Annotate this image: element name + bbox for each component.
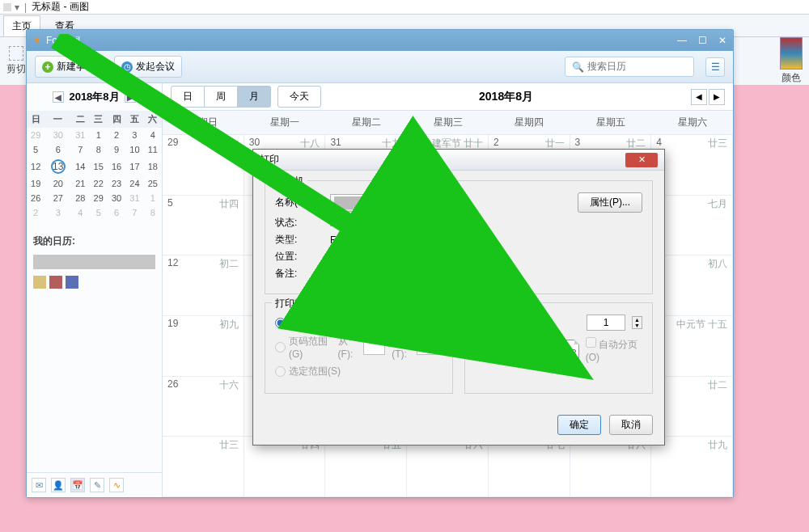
contacts-icon[interactable]: 👤 xyxy=(51,478,66,492)
copies-down[interactable]: ▼ xyxy=(633,323,642,328)
from-input xyxy=(363,340,386,355)
calendar-sidebar: ◀ 2018年8月 ▶ 日一二三四五六293031123456789101112… xyxy=(27,83,163,497)
ribbon-color[interactable]: 颜色 xyxy=(780,37,803,85)
to-input xyxy=(417,340,439,355)
location-value: FOXIT_PDF: xyxy=(330,251,386,263)
cancel-button[interactable]: 取消 xyxy=(609,415,653,435)
mini-month-label: 2018年8月 xyxy=(69,90,119,104)
printer-group-label: 打印机 xyxy=(272,175,307,188)
weekday-header: 星期日星期一星期二星期三星期四星期五星期六 xyxy=(163,111,733,135)
location-label: 位置: xyxy=(275,250,324,264)
dropdown-icon[interactable]: ▾ xyxy=(15,2,19,13)
calendar-title: 2018年8月 xyxy=(328,90,684,104)
calendar-color-chips xyxy=(33,276,155,289)
view-month[interactable]: 月 xyxy=(238,86,271,108)
notes-icon[interactable]: ✎ xyxy=(90,478,104,492)
page-icon: 2 xyxy=(527,340,544,361)
print-dialog: 打印 ✕ 打印机 名称(N): 属性(P)... 状态:准备就绪 类型:Foxi… xyxy=(252,149,665,445)
calendar-icon[interactable]: 📅 xyxy=(70,478,85,492)
plus-icon: + xyxy=(42,61,53,73)
print-dialog-title: 打印 xyxy=(260,153,279,167)
maximize-icon[interactable]: ☐ xyxy=(698,35,707,46)
printer-name-label: 名称(N): xyxy=(275,196,324,209)
collate-checkbox: 自动分页(O) xyxy=(586,337,642,363)
clock-icon: ◷ xyxy=(121,61,133,73)
my-calendars-label: 我的日历: xyxy=(27,231,162,251)
start-meeting-button[interactable]: ◷发起会议 xyxy=(114,56,182,78)
print-dialog-titlebar[interactable]: 打印 ✕ xyxy=(253,150,664,171)
printer-select[interactable] xyxy=(330,194,448,212)
foxmail-toolbar: +新建事务 ◷发起会议 🔍搜索日历 ☰ xyxy=(27,51,733,83)
list-view-icon[interactable]: ☰ xyxy=(705,57,725,77)
calendar-account[interactable] xyxy=(33,255,155,269)
rss-icon[interactable]: ∿ xyxy=(109,478,124,492)
today-button[interactable]: 今天 xyxy=(277,86,321,108)
printer-group: 打印机 名称(N): 属性(P)... 状态:准备就绪 类型:Foxit Pha… xyxy=(265,180,653,294)
paint-titlebar: ▾ | 无标题 - 画图 xyxy=(0,0,809,15)
search-icon: 🔍 xyxy=(572,61,584,73)
type-label: 类型: xyxy=(275,233,324,247)
copies-input[interactable] xyxy=(587,315,625,331)
next-month-button[interactable]: ▶ xyxy=(709,89,725,105)
view-week[interactable]: 周 xyxy=(205,86,238,108)
page-icon: 3 xyxy=(563,340,579,361)
printer-properties-button[interactable]: 属性(P)... xyxy=(578,192,642,213)
mini-next-month[interactable]: ▶ xyxy=(125,91,136,103)
type-value: Foxit Phantom Printer Driver xyxy=(330,234,452,246)
range-selection-radio: 选定范围(S) xyxy=(275,365,443,378)
page-icon: 2 xyxy=(510,340,527,361)
sidebar-bottom-icons: ✉ 👤 📅 ✎ ∿ xyxy=(27,472,162,497)
close-icon[interactable]: ✕ xyxy=(718,35,726,46)
ribbon-cut[interactable]: 剪切 xyxy=(6,46,26,76)
copies-group: 份数 份数(C):▲▼ 1 1 2 2 3 3 自动分页(O) xyxy=(464,302,653,394)
copies-group-label: 份数 xyxy=(472,297,498,310)
new-task-button[interactable]: +新建事务 xyxy=(35,56,103,78)
status-label: 状态: xyxy=(275,216,324,230)
copies-label: 份数(C): xyxy=(475,316,510,330)
foxmail-titlebar[interactable]: ✦ Foxmail — ☐ ✕ xyxy=(27,30,733,51)
status-value: 准备就绪 xyxy=(330,216,369,230)
ok-button[interactable]: 确定 xyxy=(557,415,601,435)
range-all-radio[interactable]: 全部(A) xyxy=(275,316,443,330)
mini-prev-month[interactable]: ◀ xyxy=(53,91,64,103)
paint-icon xyxy=(3,3,11,11)
range-pages-radio: 页码范围(G) 从(F):到(T): xyxy=(275,335,443,360)
foxmail-title: Foxmail xyxy=(46,35,80,46)
page-icon: 1 xyxy=(475,340,491,361)
view-segment: 日 周 月 xyxy=(171,86,271,108)
view-day[interactable]: 日 xyxy=(171,86,205,108)
mini-calendar[interactable]: 日一二三四五六293031123456789101112131415161718… xyxy=(27,111,162,220)
copies-up[interactable]: ▲ xyxy=(633,317,642,323)
color-swatch-icon xyxy=(780,37,803,70)
page-icon: 1 xyxy=(493,340,509,361)
dialog-close-button[interactable]: ✕ xyxy=(625,153,658,167)
cut-icon xyxy=(9,46,23,61)
mail-icon[interactable]: ✉ xyxy=(32,478,46,492)
search-calendar-input[interactable]: 🔍搜索日历 xyxy=(565,57,694,77)
page-icon: 3 xyxy=(545,340,561,361)
print-range-group: 打印范围 全部(A) 页码范围(G) 从(F):到(T): 选定范围(S) xyxy=(265,302,453,394)
prev-month-button[interactable]: ◀ xyxy=(691,89,707,105)
note-label: 备注: xyxy=(275,267,324,281)
paint-title-text: 无标题 - 画图 xyxy=(32,0,89,14)
foxmail-icon: ✦ xyxy=(33,35,41,46)
minimize-icon[interactable]: — xyxy=(677,35,687,46)
range-group-label: 打印范围 xyxy=(272,297,317,310)
